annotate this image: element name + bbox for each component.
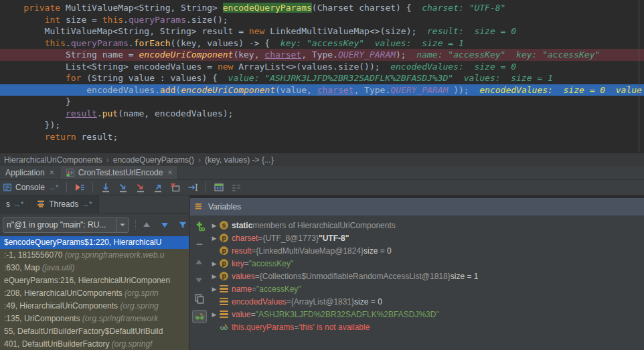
run-tab-label: CronTest.testUrlEncode <box>78 168 163 177</box>
code-line[interactable]: } <box>0 96 644 108</box>
code-line[interactable]: encodedValues.add(encodeUriComponent(val… <box>0 84 644 96</box>
debugger-toolbar: Console→* <box>0 180 644 195</box>
run-to-cursor-icon <box>187 182 198 193</box>
show-watches-button[interactable] <box>192 310 207 323</box>
stack-frame-row[interactable]: :-1, 1815556070 (org.springframework.web… <box>0 249 189 262</box>
move-down-button[interactable] <box>192 274 207 287</box>
run-tab-crontest-testurlencode[interactable]: CronTest.testUrlEncode× <box>60 166 179 179</box>
stack-frame-row[interactable]: $encodeQueryParams$1:220, HierarchicalU <box>0 236 189 249</box>
show-execution-point-button[interactable] <box>71 181 88 194</box>
text-segment: . <box>97 108 102 118</box>
expand-arrow-icon[interactable]: ▶ <box>209 235 220 242</box>
remove-watch-button[interactable] <box>192 238 207 251</box>
stack-frame-row[interactable]: 401, DefaultUriBuilderFactory (org.sprin… <box>0 338 189 350</box>
code-line[interactable]: }); <box>0 119 644 131</box>
force-step-into-button[interactable] <box>132 181 149 194</box>
move-up-button[interactable] <box>192 256 207 269</box>
code-line[interactable]: result.put(name, encodedValues); <box>0 108 644 120</box>
code-line[interactable]: String name = encodeUriComponent(key, ch… <box>0 49 644 61</box>
variable-type-icon <box>220 323 232 332</box>
expand-arrow-icon[interactable]: ▶ <box>209 222 220 229</box>
breadcrumb-item[interactable]: encodeQueryParams() <box>110 155 197 165</box>
text-segment: int <box>45 15 66 25</box>
text-segment: result <box>66 108 97 118</box>
text-segment: )); <box>448 85 479 95</box>
variable-row[interactable]: this.queryParams = 'this' is not availab… <box>209 321 644 333</box>
previous-frame-button[interactable] <box>141 218 153 232</box>
drop-frame-button[interactable] <box>167 181 184 194</box>
text-segment: size = 0 <box>354 297 382 307</box>
variable-type-icon <box>220 285 232 293</box>
stack-frame-row[interactable]: :208, HierarchicalUriComponents (org.spr… <box>0 287 189 300</box>
code-line[interactable]: int size = this.queryParams.size(); <box>0 14 644 26</box>
breadcrumb: HierarchicalUriComponents›encodeQueryPar… <box>0 153 644 166</box>
variable-row[interactable]: ▶sstatic members of HierarchicalUriCompo… <box>209 219 644 232</box>
drag-handle-icon: →* <box>82 200 92 208</box>
stack-frame-row[interactable]: 55, DefaultUriBuilderFactory$DefaultUriB… <box>0 325 189 338</box>
parameter-icon: p <box>220 272 228 280</box>
run-tab-application[interactable]: Application× <box>0 166 60 179</box>
expand-arrow-icon[interactable]: ▶ <box>209 273 220 280</box>
parameter-icon: p <box>220 234 228 242</box>
variable-row[interactable]: ▶pkey = "accessKey" <box>209 257 644 270</box>
text-segment: . <box>123 15 129 25</box>
variable-row[interactable]: presult = {LinkedMultiValueMap@1824} siz… <box>209 244 644 257</box>
expand-arrow-icon[interactable]: ▶ <box>209 260 220 267</box>
text-segment: {UTF_8@1773} <box>262 234 319 243</box>
breadcrumb-item[interactable]: HierarchicalUriComponents <box>1 155 105 165</box>
code-line[interactable]: private MultiValueMap<String, String> en… <box>0 2 644 14</box>
stack-frame-row[interactable]: :49, HierarchicalUriComponents (org.spri… <box>0 300 189 313</box>
text-segment: forEach <box>134 38 171 48</box>
stack-frame-row[interactable]: :135, UriComponents (org.springframework <box>0 313 189 325</box>
chevron-down-icon[interactable] <box>116 218 129 232</box>
close-tab-icon[interactable]: × <box>50 168 54 177</box>
variable-row[interactable]: ▶value = "ASHJRK3LJFD%2BR32SADFLK%2BFASD… <box>209 308 644 321</box>
text-segment: charset <box>232 234 258 243</box>
hidden-tab[interactable]: s→* <box>0 195 30 213</box>
duplicate-watch-icon <box>194 293 205 304</box>
variables-header[interactable]: Variables <box>190 198 644 215</box>
expand-arrow-icon[interactable]: ▶ <box>209 286 220 292</box>
expand-arrow-icon[interactable]: ▶ <box>209 311 220 318</box>
add-watch-button[interactable] <box>192 220 207 233</box>
text-segment: (org.springframework <box>82 314 158 323</box>
text-segment: (String value : values) { <box>86 73 228 83</box>
stack-frame-row[interactable]: eQueryParams:216, HierarchicalUriCompone… <box>0 274 189 287</box>
hamburger-menu-icon[interactable] <box>195 202 204 211</box>
tab-threads[interactable]: Threads→* <box>30 195 98 213</box>
code-line[interactable]: return result; <box>0 131 644 143</box>
console-tab[interactable]: Console→* <box>3 183 62 192</box>
variable-row[interactable]: ▶name = "accessKey" <box>209 282 644 295</box>
run-to-cursor-button[interactable] <box>184 181 202 194</box>
ide-debugger-window: private MultiValueMap<String, String> en… <box>0 0 644 350</box>
thread-selector[interactable]: n"@1 in group "main": RU... <box>3 217 129 233</box>
text-segment: ArrayList<>(values.size()); <box>238 62 390 72</box>
layout-settings-button[interactable] <box>228 181 245 194</box>
next-frame-button[interactable] <box>159 218 171 232</box>
duplicate-watch-button[interactable] <box>192 292 207 305</box>
code-line[interactable]: this.queryParams.forEach((key, values) -… <box>0 37 644 50</box>
text-segment: String name = <box>3 50 139 60</box>
step-into-button[interactable] <box>114 181 132 194</box>
variable-row[interactable]: ▶pcharset = {UTF_8@1773} "UTF-8" <box>209 232 644 244</box>
text-segment: = <box>251 246 256 256</box>
text-segment: key <box>232 259 244 268</box>
code-line[interactable]: MultiValueMap<String, String> result = n… <box>0 25 644 37</box>
breadcrumb-item[interactable]: (key, values) -> {...} <box>202 155 276 165</box>
breadcrumb-separator: › <box>105 155 110 165</box>
hidden-tab-label: s <box>6 199 10 209</box>
code-line[interactable]: for (String value : values) { value: "AS… <box>0 72 644 84</box>
evaluate-expression-button[interactable] <box>210 181 228 194</box>
filter-frames-button[interactable] <box>177 218 189 232</box>
step-over-button[interactable] <box>97 181 114 194</box>
variable-row[interactable]: encodedValues = {ArrayList@1831} size = … <box>209 295 644 308</box>
thread-selector-value: n"@1 in group "main": RU... <box>3 220 116 230</box>
variable-row[interactable]: ▶pvalues = {Collections$UnmodifiableRand… <box>209 270 644 282</box>
stack-frame-row[interactable]: :630, Map (java.util) <box>0 262 189 274</box>
close-tab-icon[interactable]: × <box>167 168 172 177</box>
variable-type-icon: p <box>220 259 232 268</box>
code-line[interactable]: List<String> encodedValues = new ArrayLi… <box>0 61 644 73</box>
step-out-button[interactable] <box>149 181 167 194</box>
text-segment: value: "ASHJRK3LJFD%2BR32SADFLK%2BFASDJ%… <box>228 73 553 83</box>
code-editor[interactable]: private MultiValueMap<String, String> en… <box>0 0 644 153</box>
